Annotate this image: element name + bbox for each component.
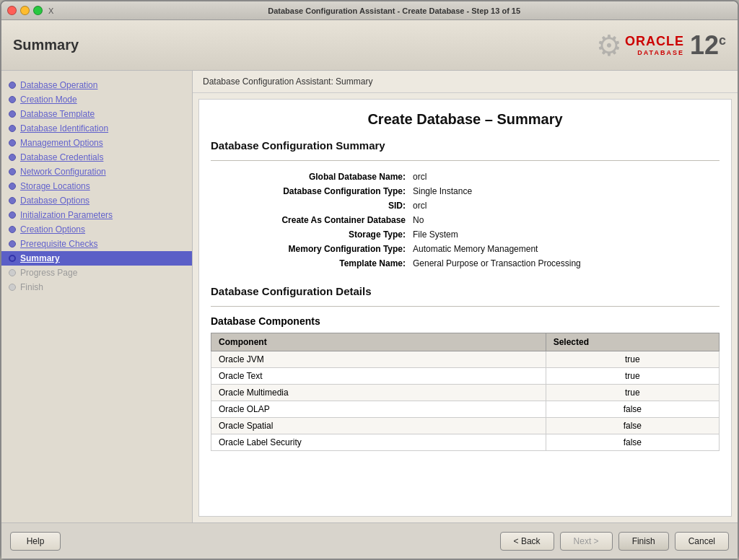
sidebar-item-finish: Finish [1, 280, 192, 294]
sidebar-item-creation-mode[interactable]: Creation Mode [1, 92, 192, 107]
sidebar-label-creation-mode: Creation Mode [20, 95, 77, 105]
close-button[interactable] [7, 6, 17, 15]
main-content: Database OperationCreation ModeDatabase … [1, 71, 738, 522]
summary-key: Create As Container Database [211, 215, 413, 225]
component-name: Oracle Text [211, 368, 546, 385]
component-name: Oracle Multimedia [211, 385, 546, 401]
content-body[interactable]: Create Database – Summary Database Confi… [198, 99, 732, 517]
cancel-button[interactable]: Cancel [675, 532, 729, 551]
col-header-component: Component [211, 333, 546, 351]
sidebar-label-network-configuration: Network Configuration [20, 167, 106, 177]
table-row: Oracle Texttrue [211, 368, 720, 385]
summary-row: Storage Type:File System [211, 227, 720, 242]
sidebar-item-database-options[interactable]: Database Options [1, 193, 192, 208]
table-row: Oracle Label Securityfalse [211, 434, 720, 451]
maximize-button[interactable] [33, 6, 43, 15]
footer-left: Help [10, 532, 61, 551]
sidebar-item-summary[interactable]: Summary [1, 251, 192, 266]
summary-value: Automatic Memory Management [413, 244, 538, 254]
page-title: Create Database – Summary [211, 111, 720, 128]
oracle-version: 12c [690, 30, 726, 61]
sidebar-label-database-options: Database Options [20, 196, 89, 206]
col-header-selected: Selected [546, 333, 719, 351]
summary-key: Database Configuration Type: [211, 186, 413, 196]
section-divider [211, 160, 720, 161]
sidebar-dot-progress-page [9, 269, 16, 276]
components-table: Component Selected Oracle JVMtrueOracle … [211, 333, 720, 451]
sidebar-item-database-template[interactable]: Database Template [1, 107, 192, 121]
sidebar-dot-storage-locations [9, 183, 16, 190]
summary-key: Memory Configuration Type: [211, 244, 413, 254]
minimize-button[interactable] [20, 6, 30, 15]
component-name: Oracle Label Security [211, 434, 546, 451]
oracle-database-text: DATABASE [637, 49, 684, 56]
sidebar-dot-initialization-parameters [9, 211, 16, 219]
footer-right: < Back Next > Finish Cancel [500, 532, 729, 551]
sidebar-label-prerequisite-checks: Prerequisite Checks [20, 239, 97, 249]
back-button[interactable]: < Back [500, 532, 554, 551]
oracle-logo: ⚙ ORACLE DATABASE 12c [596, 29, 726, 62]
summary-value: No [413, 215, 424, 225]
main-window: X Database Configuration Assistant - Cre… [0, 0, 739, 560]
titlebar: X Database Configuration Assistant - Cre… [1, 1, 738, 20]
app-header: Summary ⚙ ORACLE DATABASE 12c [1, 20, 738, 71]
oracle-text: ORACLE [625, 34, 684, 49]
help-button[interactable]: Help [10, 532, 61, 551]
sidebar-label-database-operation: Database Operation [20, 80, 97, 90]
summary-row: Create As Container DatabaseNo [211, 213, 720, 227]
sidebar-dot-management-options [9, 139, 16, 146]
component-selected: false [546, 418, 719, 434]
config-summary-title: Database Configuration Summary [211, 139, 720, 152]
table-row: Oracle OLAPfalse [211, 401, 720, 418]
sidebar-item-database-operation[interactable]: Database Operation [1, 78, 192, 92]
sidebar-item-progress-page: Progress Page [1, 266, 192, 280]
sidebar-item-initialization-parameters[interactable]: Initialization Parameters [1, 208, 192, 222]
sidebar-dot-database-operation [9, 82, 16, 89]
traffic-lights [7, 6, 43, 15]
oracle-brand: ORACLE DATABASE [625, 34, 684, 56]
components-title: Database Components [211, 315, 720, 327]
sidebar-item-prerequisite-checks[interactable]: Prerequisite Checks [1, 237, 192, 251]
sidebar-label-finish: Finish [20, 282, 43, 292]
sidebar-label-database-identification: Database Identification [20, 123, 108, 134]
sidebar-dot-database-options [9, 197, 16, 204]
sidebar-label-initialization-parameters: Initialization Parameters [20, 210, 113, 220]
sidebar-label-progress-page: Progress Page [20, 268, 77, 278]
summary-row: Database Configuration Type:Single Insta… [211, 184, 720, 198]
summary-value: File System [413, 229, 458, 240]
sidebar-dot-prerequisite-checks [9, 240, 16, 248]
sidebar-item-storage-locations[interactable]: Storage Locations [1, 179, 192, 193]
summary-row: Global Database Name:orcl [211, 170, 720, 184]
sidebar-label-database-template: Database Template [20, 109, 95, 119]
sidebar-item-database-identification[interactable]: Database Identification [1, 121, 192, 136]
footer: Help < Back Next > Finish Cancel [1, 522, 738, 559]
table-row: Oracle Spatialfalse [211, 418, 720, 434]
component-selected: true [546, 351, 719, 368]
sidebar-item-creation-options[interactable]: Creation Options [1, 222, 192, 237]
sidebar-item-management-options[interactable]: Management Options [1, 136, 192, 150]
table-row: Oracle Multimediatrue [211, 385, 720, 401]
sidebar: Database OperationCreation ModeDatabase … [1, 71, 193, 522]
sidebar-dot-database-credentials [9, 154, 16, 161]
component-name: Oracle Spatial [211, 418, 546, 434]
sidebar-dot-database-template [9, 110, 16, 118]
component-name: Oracle JVM [211, 351, 546, 368]
finish-button[interactable]: Finish [618, 532, 669, 551]
summary-key: Global Database Name: [211, 172, 413, 182]
sidebar-item-network-configuration[interactable]: Network Configuration [1, 165, 192, 179]
summary-value: Single Instance [413, 186, 472, 196]
summary-value: orcl [413, 201, 427, 211]
sidebar-label-management-options: Management Options [20, 138, 103, 148]
sidebar-dot-summary [9, 255, 16, 262]
next-button[interactable]: Next > [560, 532, 613, 551]
sidebar-dot-finish [9, 284, 16, 291]
sidebar-item-database-credentials[interactable]: Database Credentials [1, 150, 192, 165]
sidebar-label-creation-options: Creation Options [20, 224, 85, 235]
summary-row: Memory Configuration Type:Automatic Memo… [211, 242, 720, 256]
summary-table: Global Database Name:orclDatabase Config… [211, 170, 720, 271]
table-row: Oracle JVMtrue [211, 351, 720, 368]
component-selected: false [546, 434, 719, 451]
summary-value: orcl [413, 172, 427, 182]
summary-value: General Purpose or Transaction Processin… [413, 258, 581, 268]
sidebar-dot-creation-mode [9, 96, 16, 103]
